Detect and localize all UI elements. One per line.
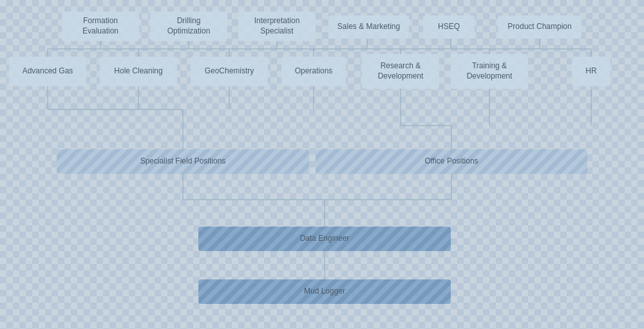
hole-cleaning-box: Hole Cleaning <box>100 57 177 86</box>
data-engineer-box: Data Engineer <box>198 227 451 251</box>
hseq-box: HSEQ <box>423 15 475 39</box>
research-development-box: Research &Development <box>362 54 439 89</box>
sales-marketing-box: Sales & Marketing <box>328 15 409 39</box>
formation-evaluation-box: Formation Evaluation <box>62 12 139 41</box>
operations-box: Operations <box>281 57 346 86</box>
geochemistry-box: GeoChemistry <box>191 57 268 86</box>
hr-box: HR <box>572 57 611 86</box>
product-champion-box: Product Champion <box>498 15 582 39</box>
specialist-field-positions-box: Specialist Field Positions <box>57 149 309 174</box>
org-chart: Formation Evaluation Drilling Optimizati… <box>0 0 644 329</box>
mud-logger-box: Mud Logger <box>198 279 451 304</box>
training-development-box: Training &Development <box>451 54 528 89</box>
office-positions-box: Office Positions <box>316 149 587 174</box>
advanced-gas-box: Advanced Gas <box>9 57 86 86</box>
interpretation-specialist-box: InterpretationSpecialist <box>238 12 316 41</box>
drilling-optimization-box: Drilling Optimization <box>150 12 227 41</box>
